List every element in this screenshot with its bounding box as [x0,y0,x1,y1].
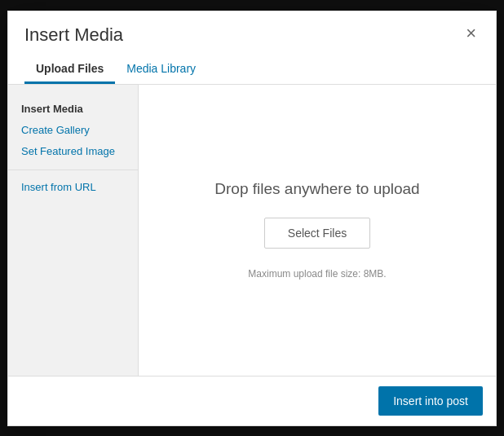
modal-footer: Insert into post [8,376,496,425]
modal-body: Insert Media Create Gallery Set Featured… [8,85,496,376]
select-files-button[interactable]: Select Files [264,218,370,249]
tab-upload-files[interactable]: Upload Files [24,55,115,84]
drop-text: Drop files anywhere to upload [214,180,419,198]
sidebar-item-insert-url[interactable]: Insert from URL [8,177,138,197]
modal-header: Insert Media Upload Files Media Library … [8,11,496,85]
content-area: Drop files anywhere to upload Select Fil… [139,85,496,376]
insert-into-post-button[interactable]: Insert into post [378,386,483,416]
insert-media-modal: Insert Media Upload Files Media Library … [7,11,497,426]
upload-area: Drop files anywhere to upload Select Fil… [139,85,496,376]
sidebar-item-set-featured[interactable]: Set Featured Image [8,140,138,163]
modal-header-left: Insert Media Upload Files Media Library [24,24,207,84]
modal-title: Insert Media [24,24,207,46]
modal-tabs: Upload Files Media Library [24,55,207,84]
max-size-text: Maximum upload file size: 8MB. [248,268,386,280]
close-button[interactable]: × [462,21,480,46]
sidebar-divider [8,170,138,170]
modal-overlay: Insert Media Upload Files Media Library … [0,0,504,436]
tab-media-library[interactable]: Media Library [115,55,207,84]
sidebar-item-create-gallery[interactable]: Create Gallery [8,120,138,140]
sidebar: Insert Media Create Gallery Set Featured… [8,85,139,376]
sidebar-heading: Insert Media [8,98,138,120]
